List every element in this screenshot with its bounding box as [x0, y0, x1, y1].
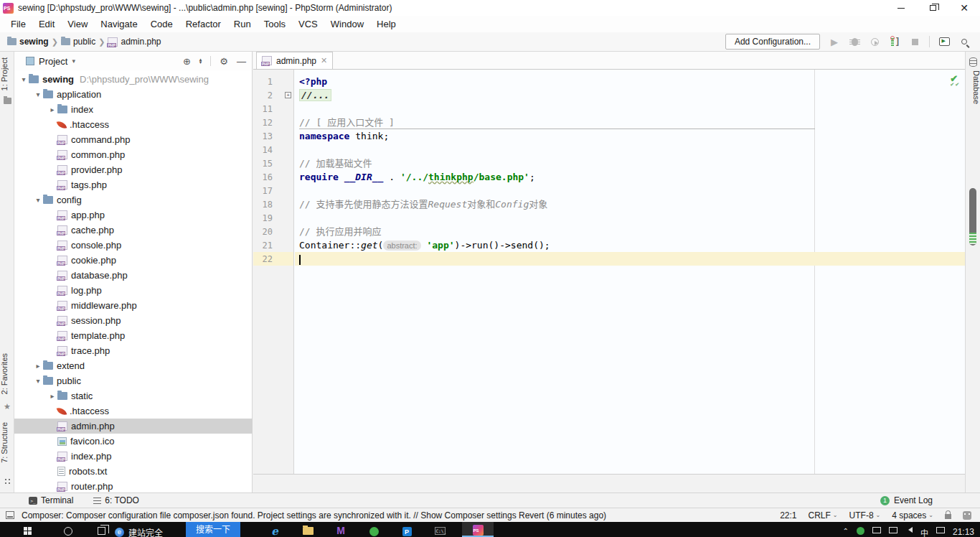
menu-tools[interactable]: Tools [258, 17, 292, 31]
ide-status-icon[interactable] [963, 511, 971, 520]
tree-item-admin-php[interactable]: admin.php [14, 419, 253, 434]
taskbar-blue-app-button[interactable]: P [396, 522, 418, 537]
tab-admin-php[interactable]: admin.php ✕ [256, 52, 333, 69]
tree-item-public[interactable]: ▾public [14, 373, 253, 388]
tree-item-middleware-php[interactable]: middleware.php [14, 298, 253, 313]
gutter-line-20[interactable]: 20 [253, 225, 293, 238]
menu-help[interactable]: Help [370, 17, 402, 31]
menu-code[interactable]: Code [144, 17, 179, 31]
tree-item-provider-php[interactable]: provider.php [14, 162, 253, 177]
tree-item-extend[interactable]: ▸extend [14, 358, 253, 373]
code-line-11[interactable] [295, 102, 965, 116]
code-line-13[interactable]: namespace think; [295, 129, 965, 143]
chevron-down-icon[interactable]: ▾ [33, 377, 43, 385]
taskbar-green-app-button[interactable] [363, 522, 385, 537]
inspections-ok-icon[interactable]: ✔✔✔ [950, 73, 960, 85]
taskbar-phpstorm-button[interactable]: PS [462, 522, 494, 537]
tree-item-favicon-ico[interactable]: favicon.ico [14, 434, 253, 449]
chevron-down-icon[interactable]: ▾ [33, 90, 43, 98]
database-tool-icon[interactable] [966, 57, 980, 67]
tree-item-robots-txt[interactable]: robots.txt [14, 464, 253, 479]
tree-item-app-php[interactable]: app.php [14, 207, 253, 223]
taskbar-explorer-button[interactable] [297, 522, 319, 537]
tree-item-index[interactable]: ▸index [14, 102, 253, 117]
code-area[interactable]: <?php//...// [ 应用入口文件 ]namespace think;/… [295, 70, 965, 474]
taskbar-clock[interactable]: 21:13 [953, 527, 974, 537]
code-line-20[interactable]: // 执行应用并响应 [295, 225, 965, 238]
gutter-line-15[interactable]: 15 [253, 157, 293, 170]
restore-button[interactable] [917, 0, 948, 16]
indent-selector[interactable]: 4 spaces⌄ [892, 510, 933, 520]
add-configuration-button[interactable]: Add Configuration... [725, 34, 820, 50]
tool-tab-database[interactable]: Database [966, 70, 980, 104]
gutter-line-21[interactable]: 21 [253, 238, 293, 252]
taskbar-cmd-button[interactable]: C:\_ [429, 522, 451, 537]
encoding-selector[interactable]: UTF-8⌄ [849, 510, 881, 520]
menu-run[interactable]: Run [227, 17, 258, 31]
menu-view[interactable]: View [61, 17, 94, 31]
tree-item-trace-php[interactable]: trace.php [14, 343, 253, 358]
keyboard-icon[interactable] [872, 527, 881, 533]
menu-refactor[interactable]: Refactor [179, 17, 227, 31]
tree-item-config[interactable]: ▾config [14, 192, 253, 207]
event-log-button[interactable]: 1 Event Log [880, 495, 933, 505]
tree-item-log-php[interactable]: log.php [14, 283, 253, 298]
gutter-line-22[interactable]: 22 [253, 252, 293, 266]
code-line-21[interactable]: Container::get(abstract: 'app')->run()->… [295, 238, 965, 252]
tool-tab-structure[interactable]: 7: Structure [0, 422, 14, 463]
lock-icon[interactable] [945, 514, 951, 519]
project-view-selector[interactable]: Project ▾ [26, 56, 75, 67]
action-center-icon[interactable] [936, 527, 945, 533]
minimize-button[interactable] [885, 0, 917, 16]
tree-item-application[interactable]: ▾application [14, 87, 253, 102]
tool-tab-favorites[interactable]: 2: Favorites [0, 353, 14, 394]
tree-item--htaccess[interactable]: .htaccess [14, 403, 253, 419]
task-view-button[interactable] [90, 522, 112, 537]
hide-panel-icon[interactable]: — [237, 56, 246, 67]
code-line-1[interactable]: <?php [295, 75, 965, 88]
structure-tool-icon[interactable] [0, 478, 14, 485]
gutter-line-11[interactable]: 11 [253, 102, 293, 116]
tree-item-tags-php[interactable]: tags.php [14, 177, 253, 192]
code-line-2[interactable]: //... [295, 88, 965, 102]
line-ending-selector[interactable]: CRLF⌄ [809, 510, 838, 520]
tree-item-static[interactable]: ▸static [14, 388, 253, 403]
folded-region[interactable]: //... [299, 89, 331, 101]
chevron-down-icon[interactable]: ▾ [19, 75, 29, 83]
tree-item-database-php[interactable]: database.php [14, 268, 253, 283]
run-with-coverage-icon[interactable] [869, 36, 880, 47]
close-button[interactable]: ✕ [948, 0, 980, 16]
gutter-line-12[interactable]: 12 [253, 116, 293, 129]
code-line-12[interactable]: // [ 应用入口文件 ] [295, 116, 965, 129]
gutter-line-16[interactable]: 16 [253, 170, 293, 184]
gutter-line-19[interactable]: 19 [253, 211, 293, 225]
toolwindow-dock-icon[interactable] [6, 511, 14, 519]
breadcrumb-item[interactable]: sewing [19, 37, 49, 47]
menu-vcs[interactable]: VCS [292, 17, 324, 31]
speaker-icon[interactable] [905, 527, 913, 533]
close-tab-icon[interactable]: ✕ [321, 56, 327, 65]
menu-window[interactable]: Window [324, 17, 370, 31]
tree-item-cache-php[interactable]: cache.php [14, 223, 253, 238]
tree-item-index-php[interactable]: index.php [14, 449, 253, 464]
ime-indicator[interactable]: 中 [920, 527, 928, 537]
gear-icon[interactable]: ⚙ [220, 56, 228, 67]
gutter-line-13[interactable]: 13 [253, 129, 293, 143]
listen-debug-icon[interactable] [889, 36, 900, 47]
gutter-line-2[interactable]: 2+ [253, 88, 293, 102]
code-line-16[interactable]: require __DIR__ . '/../thinkphp/base.php… [295, 170, 965, 184]
menu-edit[interactable]: Edit [32, 17, 61, 31]
gutter-line-17[interactable]: 17 [253, 184, 293, 197]
tree-item-template-php[interactable]: template.php [14, 328, 253, 343]
fold-expand-icon[interactable]: + [285, 92, 291, 98]
tree-item--htaccess[interactable]: .htaccess [14, 117, 253, 132]
tree-item-router-php[interactable]: router.php [14, 479, 253, 492]
collapse-all-icon[interactable]: ▴▾ [199, 58, 202, 64]
code-line-15[interactable]: // 加载基础文件 [295, 157, 965, 170]
code-line-18[interactable]: // 支持事先使用静态方法设置Request对象和Config对象 [295, 197, 965, 211]
taskbar-mail-button[interactable]: M [330, 522, 352, 537]
menu-navigate[interactable]: Navigate [94, 17, 143, 31]
tray-green-icon[interactable] [857, 527, 864, 535]
display-icon[interactable] [889, 527, 897, 533]
code-line-19[interactable] [295, 211, 965, 225]
